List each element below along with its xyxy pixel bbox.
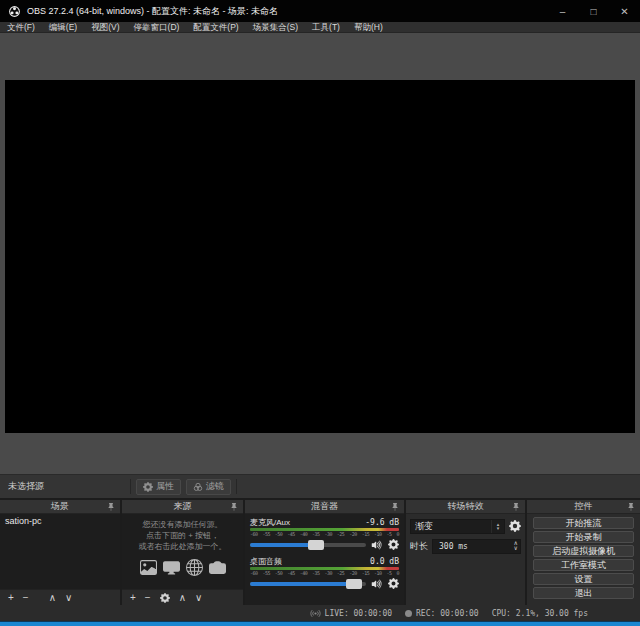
duration-spinner[interactable]: ∧ ∨ xyxy=(514,541,520,551)
preview-canvas xyxy=(5,80,635,433)
duration-label: 时长 xyxy=(410,540,428,553)
dock-pin-icon[interactable] xyxy=(107,503,115,511)
menu-help[interactable]: 帮助(H) xyxy=(347,22,390,33)
meter-scale: -60-55-50-45-40-35-30-25-20-15-10-50 xyxy=(250,570,399,576)
scene-list-item[interactable]: sation-pc xyxy=(0,514,120,528)
source-down-button[interactable]: ∨ xyxy=(195,593,202,603)
menu-bar: 文件(F) 编辑(E) 视图(V) 停靠窗口(D) 配置文件(P) 场景集合(S… xyxy=(0,22,640,33)
mixer-title: 混音器 xyxy=(311,500,338,513)
dock-pin-icon[interactable] xyxy=(512,503,520,511)
channel-level: 0.0 dB xyxy=(370,557,399,566)
speaker-mute-icon[interactable] xyxy=(371,578,383,590)
window-title: OBS 27.2.4 (64-bit, windows) - 配置文件: 未命名… xyxy=(27,5,278,18)
source-list-empty[interactable]: 您还没有添加任何源。 点击下面的 + 按钮， 或者右击此处添加一个。 xyxy=(122,514,243,589)
menu-file[interactable]: 文件(F) xyxy=(0,22,42,33)
window-controls: – □ ✕ xyxy=(547,0,640,22)
transition-select[interactable]: 渐变 ▴ ▾ xyxy=(410,519,505,534)
obs-logo-icon xyxy=(8,5,21,18)
menu-tools[interactable]: 工具(T) xyxy=(305,22,347,33)
filters-icon xyxy=(193,482,203,492)
filters-label: 滤镜 xyxy=(206,480,224,493)
meter-scale: -60-55-50-45-40-35-30-25-20-15-10-50 xyxy=(250,531,399,537)
live-time: LIVE: 00:00:00 xyxy=(325,609,392,618)
dock-pin-icon[interactable] xyxy=(627,503,635,511)
minimize-button[interactable]: – xyxy=(547,0,578,22)
record-dot-icon xyxy=(405,610,412,617)
dock-pin-icon[interactable] xyxy=(230,503,238,511)
volume-slider-handle[interactable] xyxy=(308,540,324,550)
source-context-tools: 属性 滤镜 xyxy=(130,475,237,498)
studio-mode-button[interactable]: 工作室模式 xyxy=(533,559,634,571)
settings-button[interactable]: 设置 xyxy=(533,573,634,585)
channel-settings-icon[interactable] xyxy=(388,539,399,550)
cpu-fps: CPU: 2.1%, 30.00 fps xyxy=(492,609,588,618)
broadcast-icon xyxy=(310,608,321,619)
source-type-icons xyxy=(122,559,243,576)
source-up-button[interactable]: ∧ xyxy=(179,593,186,603)
display-capture-icon xyxy=(163,559,180,576)
mixer-channel-mic: 麦克风/Aux -9.6 dB -60-55-50-45-40-35-30-25… xyxy=(250,517,399,551)
speaker-mute-icon[interactable] xyxy=(371,539,383,551)
channel-name: 麦克风/Aux xyxy=(250,517,290,528)
sources-header: 来源 xyxy=(122,500,243,514)
dock-area: 场景 sation-pc + − ∧ ∨ 来源 您还没有添加任何源。 点击下面的… xyxy=(0,498,640,605)
windows-taskbar-edge xyxy=(0,621,640,626)
source-properties-icon[interactable] xyxy=(160,593,170,603)
title-bar: OBS 27.2.4 (64-bit, windows) - 配置文件: 未命名… xyxy=(0,0,640,22)
scene-down-button[interactable]: ∨ xyxy=(65,593,72,603)
no-source-label: 未选择源 xyxy=(8,480,44,493)
duration-spinbox[interactable]: 300 ms ∧ ∨ xyxy=(432,539,521,554)
scene-list: sation-pc xyxy=(0,514,120,589)
channel-settings-icon[interactable] xyxy=(388,578,399,589)
image-source-icon xyxy=(140,559,157,576)
menu-scene-collection[interactable]: 场景集合(S) xyxy=(246,22,305,33)
add-scene-button[interactable]: + xyxy=(8,593,14,603)
separator xyxy=(236,479,237,494)
controls-body: 开始推流 开始录制 启动虚拟摄像机 工作室模式 设置 退出 xyxy=(527,514,640,605)
mixer-body: 麦克风/Aux -9.6 dB -60-55-50-45-40-35-30-25… xyxy=(245,514,404,605)
mixer-header: 混音器 xyxy=(245,500,404,514)
preview-workspace xyxy=(0,33,640,474)
remove-scene-button[interactable]: − xyxy=(23,593,29,603)
scenes-body: sation-pc xyxy=(0,514,120,589)
transition-settings-icon[interactable] xyxy=(509,520,521,532)
transitions-body: 渐变 ▴ ▾ 时长 300 ms ∧ ∨ xyxy=(406,514,525,605)
gear-icon xyxy=(143,482,153,492)
select-spinner[interactable]: ▴ ▾ xyxy=(491,520,504,533)
source-context-bar: 未选择源 属性 滤镜 xyxy=(0,474,640,498)
scenes-title: 场景 xyxy=(51,500,69,513)
transition-selected-value: 渐变 xyxy=(411,520,433,533)
menu-view[interactable]: 视图(V) xyxy=(84,22,126,33)
close-button[interactable]: ✕ xyxy=(609,0,640,22)
duration-value: 300 ms xyxy=(433,542,468,551)
menu-docks[interactable]: 停靠窗口(D) xyxy=(127,22,187,33)
properties-button[interactable]: 属性 xyxy=(136,479,181,495)
transitions-header: 转场特效 xyxy=(406,500,525,514)
rec-status: REC: 00:00:00 xyxy=(405,609,479,618)
menu-profile[interactable]: 配置文件(P) xyxy=(186,22,245,33)
exit-button[interactable]: 退出 xyxy=(533,587,634,599)
controls-header: 控件 xyxy=(527,500,640,514)
volume-slider-fill xyxy=(250,582,354,586)
remove-source-button[interactable]: − xyxy=(145,593,151,603)
rec-time: REC: 00:00:00 xyxy=(416,609,479,618)
channel-level: -9.6 dB xyxy=(365,518,399,527)
dock-pin-icon[interactable] xyxy=(391,503,399,511)
maximize-button[interactable]: □ xyxy=(578,0,609,22)
filters-button[interactable]: 滤镜 xyxy=(186,479,231,495)
start-virtual-camera-button[interactable]: 启动虚拟摄像机 xyxy=(533,545,634,557)
menu-edit[interactable]: 编辑(E) xyxy=(42,22,84,33)
transitions-panel: 转场特效 渐变 ▴ ▾ 时长 300 ms ∧ xyxy=(406,500,525,605)
controls-panel: 控件 开始推流 开始录制 启动虚拟摄像机 工作室模式 设置 退出 xyxy=(527,500,640,605)
sources-title: 来源 xyxy=(174,500,192,513)
volume-slider[interactable] xyxy=(250,543,366,547)
add-source-button[interactable]: + xyxy=(130,593,136,603)
scene-up-button[interactable]: ∧ xyxy=(49,593,56,603)
perf-status: CPU: 2.1%, 30.00 fps xyxy=(492,609,588,618)
volume-slider[interactable] xyxy=(250,582,366,586)
sources-toolbar: + − ∧ ∨ xyxy=(122,589,243,605)
start-streaming-button[interactable]: 开始推流 xyxy=(533,517,634,529)
start-recording-button[interactable]: 开始录制 xyxy=(533,531,634,543)
transitions-title: 转场特效 xyxy=(448,500,484,513)
volume-slider-handle[interactable] xyxy=(346,579,362,589)
